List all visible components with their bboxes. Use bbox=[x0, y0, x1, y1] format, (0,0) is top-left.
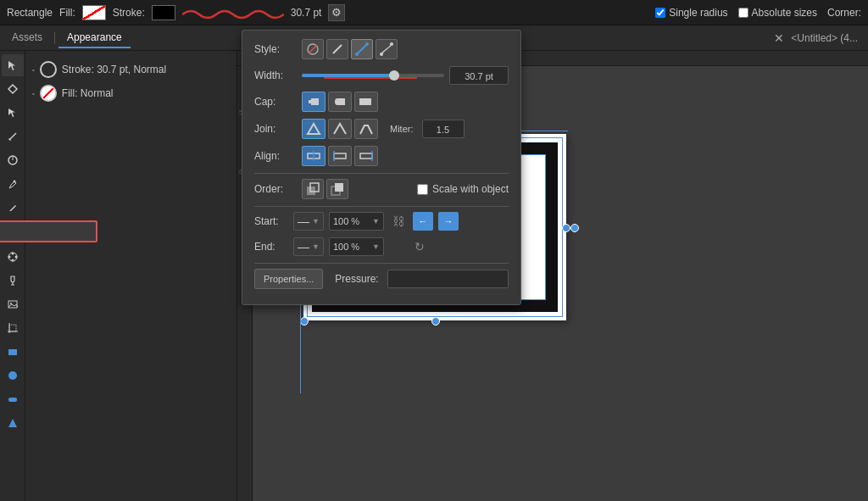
tab-assets[interactable]: Assets bbox=[3, 28, 51, 48]
handle-right-far[interactable] bbox=[570, 224, 579, 232]
join-round-btn[interactable] bbox=[328, 119, 352, 139]
divider-1 bbox=[254, 173, 509, 174]
join-bevel-btn[interactable] bbox=[354, 119, 378, 139]
tool-triangle[interactable] bbox=[2, 412, 24, 434]
style-pattern-btn[interactable] bbox=[376, 39, 398, 59]
stroke-preview[interactable] bbox=[152, 5, 175, 20]
align-center-btn[interactable] bbox=[302, 146, 326, 166]
tool-zoom[interactable] bbox=[2, 102, 24, 124]
single-radius-checkbox[interactable] bbox=[655, 8, 665, 18]
width-slider-track[interactable] bbox=[302, 74, 444, 77]
divider-2 bbox=[254, 206, 509, 207]
svg-rect-28 bbox=[359, 98, 371, 105]
cap-square-btn[interactable] bbox=[354, 92, 378, 112]
align-outside-btn[interactable] bbox=[354, 146, 378, 166]
tab-appearance[interactable]: Appearance bbox=[58, 28, 131, 48]
pressure-input[interactable] bbox=[387, 270, 509, 288]
tool-select[interactable] bbox=[2, 54, 24, 76]
svg-point-26 bbox=[390, 42, 393, 46]
style-none-btn[interactable] bbox=[302, 39, 324, 59]
width-value[interactable]: 30.7 pt bbox=[449, 66, 509, 85]
end-label: End: bbox=[254, 241, 288, 253]
shape-label: Rectangle bbox=[7, 7, 53, 19]
tool-colorpicker[interactable] bbox=[2, 246, 24, 268]
fill-icon bbox=[40, 85, 57, 102]
link-chain: ⛓ bbox=[392, 214, 404, 228]
tool-circle[interactable] bbox=[2, 149, 24, 171]
tool-crop[interactable] bbox=[2, 317, 24, 339]
start-pct-value: 100 % bbox=[333, 216, 359, 226]
style-btn-row bbox=[302, 39, 398, 59]
end-pct-dropdown[interactable]: 100 % ▼ bbox=[329, 237, 384, 256]
refresh-icon[interactable]: ↻ bbox=[415, 240, 425, 253]
tool-node[interactable] bbox=[2, 78, 24, 100]
start-pct-dropdown[interactable]: 100 % ▼ bbox=[329, 212, 384, 231]
cap-btn-row bbox=[302, 92, 378, 112]
tool-image[interactable] bbox=[2, 293, 24, 315]
style-flat-btn[interactable] bbox=[326, 39, 348, 59]
tool-calligraphy[interactable] bbox=[0, 220, 97, 242]
stroke-squiggle bbox=[182, 4, 284, 21]
svg-point-10 bbox=[14, 256, 17, 259]
handle-right-center[interactable] bbox=[562, 224, 570, 232]
start-line-dropdown[interactable]: — ▼ bbox=[293, 212, 324, 231]
fill-preview[interactable] bbox=[82, 5, 106, 20]
second-bar-right: ✕ <Untitled> (4... bbox=[774, 31, 865, 45]
style-linear-btn[interactable] bbox=[351, 39, 373, 59]
width-slider-thumb[interactable] bbox=[389, 70, 399, 81]
scale-label: Scale with object bbox=[432, 183, 509, 195]
order-btn-row bbox=[302, 179, 348, 199]
join-miter-btn[interactable] bbox=[302, 119, 326, 139]
start-row: Start: — ▼ 100 % ▼ ⛓ ← → bbox=[254, 212, 509, 231]
top-bar-right: Single radius Absolute sizes Corner: bbox=[655, 7, 861, 19]
start-arrow-left[interactable]: ← bbox=[413, 212, 433, 231]
width-row: Width: 30.7 pt bbox=[254, 66, 509, 85]
properties-button[interactable]: Properties... bbox=[254, 269, 323, 289]
svg-rect-38 bbox=[335, 183, 343, 192]
svg-rect-31 bbox=[334, 153, 346, 159]
tool-pen[interactable] bbox=[2, 173, 24, 195]
cap-row: Cap: bbox=[254, 92, 509, 112]
chain-link-icon: ⛓ bbox=[392, 214, 404, 228]
width-label: Width: bbox=[254, 70, 297, 81]
align-inside-btn[interactable] bbox=[328, 146, 352, 166]
top-bar: Rectangle Fill: Stroke: 30.7 pt ⚙ Single… bbox=[0, 0, 868, 25]
side-panel: • Stroke: 30.7 pt, Normal • Fill: Normal bbox=[25, 51, 237, 501]
svg-line-0 bbox=[9, 133, 16, 140]
svg-point-8 bbox=[11, 259, 14, 262]
tool-measure[interactable] bbox=[2, 125, 24, 148]
start-label: Start: bbox=[254, 215, 288, 227]
style-label: Style: bbox=[254, 43, 297, 55]
window-title: <Untitled> (4... bbox=[791, 32, 858, 44]
cap-round-btn[interactable] bbox=[328, 92, 352, 112]
scale-checkbox[interactable] bbox=[417, 184, 428, 195]
absolute-sizes-checkbox[interactable] bbox=[738, 8, 748, 18]
svg-marker-19 bbox=[8, 419, 17, 427]
tool-rect[interactable] bbox=[2, 341, 24, 363]
start-arrow-right[interactable]: → bbox=[438, 212, 459, 231]
tool-rounded-rect[interactable] bbox=[2, 388, 24, 410]
close-icon[interactable]: ✕ bbox=[774, 31, 784, 45]
svg-point-9 bbox=[8, 256, 10, 259]
svg-point-17 bbox=[8, 371, 17, 380]
tool-wineglass[interactable] bbox=[2, 270, 24, 292]
gear-icon[interactable]: ⚙ bbox=[328, 4, 345, 21]
svg-rect-16 bbox=[8, 349, 17, 355]
order-row: Order: Scale with object bbox=[254, 179, 509, 199]
svg-rect-18 bbox=[8, 398, 17, 402]
cap-butt-btn[interactable] bbox=[302, 92, 326, 112]
svg-point-5 bbox=[13, 181, 15, 183]
handle-bottom-left[interactable] bbox=[300, 317, 309, 326]
svg-rect-13 bbox=[9, 325, 16, 331]
absolute-sizes-group: Absolute sizes bbox=[738, 7, 817, 19]
tool-pencil[interactable] bbox=[2, 197, 24, 219]
width-slider-container[interactable] bbox=[302, 74, 444, 77]
order-front-btn[interactable] bbox=[326, 179, 348, 199]
pressure-label: Pressure: bbox=[335, 273, 378, 285]
tool-circle-fill[interactable] bbox=[2, 365, 24, 387]
handle-bottom-center[interactable] bbox=[431, 317, 440, 326]
order-behind-btn[interactable] bbox=[302, 179, 324, 199]
stroke-panel-item: • Stroke: 30.7 pt, Normal bbox=[25, 58, 236, 81]
miter-value[interactable]: 1.5 bbox=[422, 120, 465, 138]
end-line-dropdown[interactable]: — ▼ bbox=[293, 237, 324, 256]
